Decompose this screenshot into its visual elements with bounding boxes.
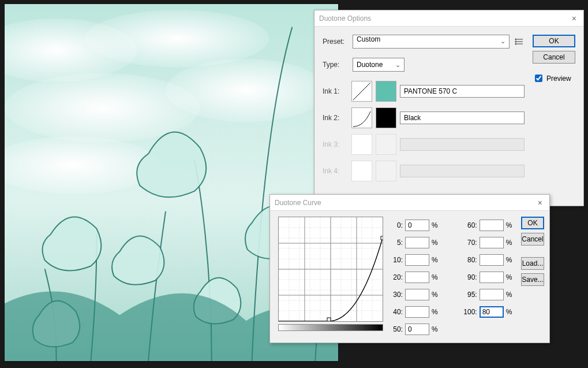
close-icon[interactable]: × [570, 14, 579, 23]
preset-value: Custom [357, 35, 380, 43]
gradient-bar [278, 324, 383, 331]
ink3-name-input [400, 138, 525, 151]
curve-point-inputs: 0: % 60: % 5: % 70: % 10: % 80: % 20: % [388, 218, 516, 337]
curve-input-10[interactable] [405, 254, 429, 266]
ok-button[interactable]: OK [533, 35, 575, 47]
curve-input-50[interactable] [405, 324, 429, 335]
chevron-down-icon: ⌄ [500, 38, 505, 45]
curve-input-0[interactable] [405, 220, 429, 231]
curve-input-40[interactable] [405, 306, 429, 318]
curve-input-80[interactable] [480, 254, 504, 266]
ink-row-1: Ink 1: PANTONE 570 C [323, 81, 525, 102]
duotone-curve-titlebar[interactable]: Duotone Curve × [270, 195, 549, 211]
preset-menu-icon[interactable] [514, 36, 525, 47]
chevron-down-icon: ⌄ [395, 61, 400, 69]
type-dropdown[interactable]: Duotone ⌄ [353, 58, 405, 72]
svg-point-11 [515, 43, 516, 44]
ink3-color-swatch [376, 134, 396, 155]
curve-input-30[interactable] [405, 289, 429, 300]
ink-row-3: Ink 3: [323, 134, 525, 155]
svg-point-9 [515, 39, 516, 40]
preview-checkbox[interactable]: Preview [533, 73, 575, 84]
duotone-options-titlebar[interactable]: Duotone Options × [314, 10, 583, 27]
svg-point-10 [515, 41, 516, 42]
curve-input-70[interactable] [480, 237, 504, 248]
curve-input-60[interactable] [480, 220, 504, 231]
close-icon[interactable]: × [535, 198, 545, 207]
ink4-name-input [400, 165, 525, 177]
save-button[interactable]: Save... [521, 273, 544, 286]
preset-dropdown[interactable]: Custom ⌄ [353, 35, 510, 49]
curve-input-100[interactable] [480, 306, 504, 318]
ink-row-2: Ink 2: Black [323, 107, 525, 128]
svg-rect-38 [381, 236, 383, 240]
curve-input-95[interactable] [480, 289, 504, 300]
ink3-curve-button [351, 134, 372, 155]
ink2-name-input[interactable]: Black [400, 111, 525, 124]
cancel-button[interactable]: Cancel [533, 51, 575, 64]
ink1-name-input[interactable]: PANTONE 570 C [400, 85, 525, 98]
dialog-title: Duotone Curve [275, 199, 535, 207]
load-button[interactable]: Load... [521, 257, 544, 270]
ink4-label: Ink 4: [323, 167, 348, 175]
ink2-color-swatch[interactable] [376, 107, 396, 128]
ink2-label: Ink 2: [323, 114, 348, 122]
ink3-label: Ink 3: [323, 140, 348, 148]
ink1-label: Ink 1: [323, 87, 348, 95]
curve-input-5[interactable] [405, 237, 429, 248]
svg-rect-37 [327, 318, 331, 321]
svg-point-2 [85, 10, 269, 68]
ink4-curve-button [351, 161, 372, 181]
duotone-curve-dialog: Duotone Curve × [269, 194, 550, 343]
preview-label: Preview [546, 75, 571, 83]
curve-graph[interactable] [278, 217, 383, 322]
ok-button[interactable]: OK [521, 217, 544, 229]
ink1-color-swatch[interactable] [376, 81, 396, 102]
ink4-color-swatch [376, 161, 396, 181]
curve-input-90[interactable] [480, 272, 504, 283]
ink-row-4: Ink 4: [323, 161, 525, 181]
dialog-title: Duotone Options [319, 14, 570, 23]
duotone-options-dialog: Duotone Options × Preset: Custom ⌄ Type:… [314, 10, 584, 206]
type-label: Type: [323, 61, 348, 69]
preview-checkbox-input[interactable] [535, 75, 542, 82]
cancel-button[interactable]: Cancel [521, 233, 544, 246]
ink1-curve-button[interactable] [351, 81, 372, 102]
curve-input-20[interactable] [405, 272, 429, 283]
svg-point-4 [166, 59, 327, 122]
svg-line-12 [353, 83, 370, 100]
type-value: Duotone [357, 61, 383, 69]
ink2-curve-button[interactable] [351, 107, 372, 128]
preset-label: Preset: [323, 38, 348, 46]
